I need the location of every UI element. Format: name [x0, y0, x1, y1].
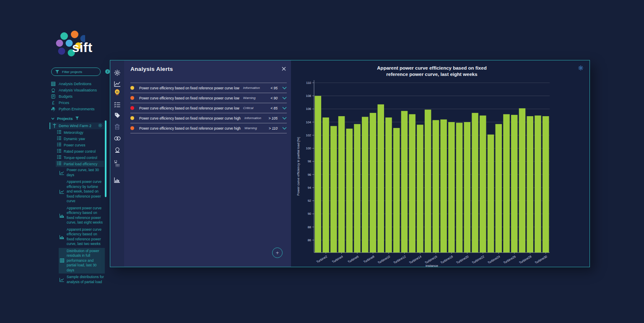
y-tick-label: 110 [306, 81, 311, 85]
filter-placeholder: Filter projects [62, 70, 82, 74]
project-name: Demo Wind Farm 2 [59, 124, 91, 128]
visualisation-item[interactable]: Apparent power curve efficiency based on… [59, 227, 105, 247]
info-icon[interactable]: i [105, 69, 110, 74]
stamp-icon[interactable] [114, 146, 121, 154]
analysis-item-rated-power-control[interactable]: Rated power control [56, 148, 104, 154]
budget-icon [51, 94, 55, 99]
chevron-down-icon[interactable] [282, 96, 287, 100]
analysis-item-partial-load-efficiency[interactable]: Partial load efficiency [56, 161, 104, 167]
sidebar-item-budgets[interactable]: Budgets [51, 93, 107, 99]
bar-turbine1 [315, 96, 322, 253]
bar-turbine17 [440, 120, 447, 253]
y-tick-label: 92 [308, 199, 311, 203]
logo-text: sift [72, 40, 93, 55]
stamp-grid-icon[interactable] [114, 160, 121, 167]
alerts-panel: 11 Analysis Alerts Power curve efficienc… [110, 60, 291, 267]
project-visualisations-list: Power curve, last 30 daysApparent power … [59, 167, 105, 286]
wind-turbine-icon [52, 123, 57, 129]
sidebar-item-projects[interactable]: Projects [51, 116, 79, 121]
alert-severity: Information [244, 116, 261, 120]
sidebar-item-demo-wind-farm-2[interactable]: Demo Wind Farm 2 [49, 122, 104, 129]
project-gear-icon[interactable] [98, 123, 102, 128]
analysis-label: Rated power control [64, 149, 96, 154]
analysis-item-meteorology[interactable]: Meteorology [56, 129, 104, 135]
visualisation-item[interactable]: Power curve, last 30 days [59, 167, 105, 178]
visualisation-label: Sample distributions for analysis of par… [67, 275, 104, 284]
visualisation-item[interactable]: Apparent power curve efficiency based on… [59, 205, 105, 226]
list-icon [57, 130, 61, 135]
sidebar-item-analysis-visualisations[interactable]: Analysis Visualisations [51, 87, 107, 93]
chevron-down-icon [51, 116, 55, 121]
tag-icon[interactable] [114, 112, 121, 119]
alert-row[interactable]: Power curve efficiency based on fixed re… [130, 83, 287, 93]
alert-severity: Warning [243, 96, 256, 100]
close-icon[interactable] [282, 67, 286, 72]
add-alert-button[interactable]: + [272, 247, 283, 258]
visualisation-item[interactable]: Distribution of power residuals in full … [59, 248, 105, 274]
settings-icon[interactable] [114, 69, 121, 76]
sidebar-item-analysis-definitions[interactable]: Analysis Definitions [51, 81, 107, 87]
x-tick-label: Turbine18 [440, 255, 454, 265]
visualisation-label: Apparent power curve efficiency by turbi… [67, 180, 104, 204]
alert-row[interactable]: Power curve efficiency based on fixed re… [130, 103, 287, 113]
sidebar-item-python-environments[interactable]: Python Environments [51, 106, 107, 112]
projects-label: Projects [57, 116, 73, 121]
sidebar-item-prices[interactable]: £Prices [51, 99, 107, 106]
bar-turbine12 [401, 111, 408, 253]
visualisation-item[interactable]: Sample distributions for analysis of par… [59, 274, 105, 285]
alert-severity: Critical [243, 106, 253, 110]
y-tick-label: 88 [308, 225, 311, 229]
sidebar-item-label: Analysis Definitions [59, 82, 91, 86]
x-tick-label: Turbine14 [408, 255, 422, 265]
bar-turbine24 [495, 124, 502, 253]
visualisation-item[interactable]: Apparent power curve efficiency by turbi… [59, 179, 105, 205]
analysis-item-dynamic-yaw[interactable]: Dynamic yaw [56, 135, 104, 142]
x-tick-label: Turbine30 [534, 255, 548, 265]
alert-severity: Information [243, 86, 260, 90]
bar-turbine15 [425, 109, 431, 253]
filter-projects-input[interactable]: Filter projects [51, 68, 101, 76]
bar-chart-icon [60, 235, 64, 239]
list-icon [57, 162, 61, 166]
alert-rows: Power curve efficiency based on fixed re… [130, 83, 287, 133]
bar-turbine21 [472, 113, 478, 253]
severity-dot-icon [130, 106, 134, 110]
y-tick-label: 90 [308, 212, 311, 216]
analysis-label: Partial load efficiency [64, 162, 97, 166]
bar-turbine23 [488, 135, 494, 253]
alert-row[interactable]: Power curve efficiency based on fixed re… [130, 93, 287, 103]
alert-row[interactable]: Power curve efficiency based on fixed re… [130, 123, 287, 133]
sift-logo: sift [54, 27, 108, 60]
bar-chart-icon [60, 214, 64, 218]
checklist-icon[interactable] [114, 101, 121, 108]
list-icon [57, 136, 61, 141]
y-tick-label: 96 [308, 173, 311, 177]
chevron-down-icon[interactable] [282, 127, 287, 130]
chevron-down-icon[interactable] [282, 107, 287, 110]
link-icon[interactable] [114, 135, 121, 142]
alert-row[interactable]: Power curve efficiency based on fixed re… [130, 113, 287, 123]
chevron-down-icon[interactable] [282, 86, 287, 90]
project-analyses-list: MeteorologyDynamic yawPower curvesRated … [56, 129, 104, 167]
bar-turbine20 [464, 122, 471, 253]
sidebar-scrollbar[interactable] [105, 120, 106, 197]
y-tick-label: 106 [306, 107, 311, 111]
analysis-item-torque-speed-control[interactable]: Torque-speed control [56, 154, 104, 161]
y-tick-label: 94 [308, 186, 311, 190]
bar-turbine19 [456, 123, 463, 253]
line-chart-icon[interactable] [114, 80, 121, 88]
bar-turbine26 [511, 115, 518, 253]
x-tick-label: Turbine12 [393, 255, 407, 265]
analysis-label: Meteorology [64, 130, 83, 135]
chevron-down-icon[interactable] [282, 117, 287, 120]
list-icon [57, 143, 61, 147]
alerts-bell-icon[interactable]: 11 [114, 89, 121, 96]
bar-chart-icon[interactable] [114, 176, 121, 184]
alert-name: Power curve efficiency based on fixed re… [139, 96, 239, 100]
projects-filter-icon[interactable] [75, 116, 79, 121]
trash-icon[interactable] [114, 123, 121, 130]
analysis-item-power-curves[interactable]: Power curves [56, 142, 104, 148]
bar-turbine28 [527, 116, 533, 253]
chart-settings-gear-icon[interactable] [578, 65, 583, 72]
filter-funnel-icon [55, 68, 59, 76]
